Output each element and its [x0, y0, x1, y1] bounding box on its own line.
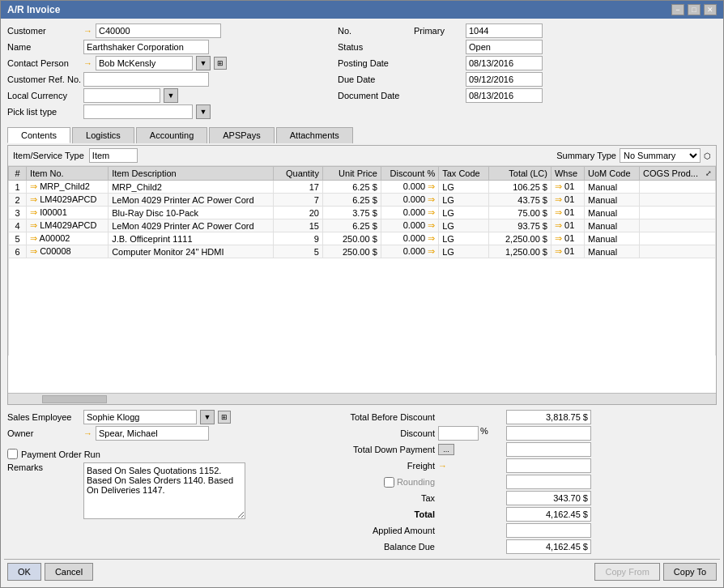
row-desc: J.B. Officeprint 1111: [109, 232, 274, 245]
discount-input[interactable]: [438, 426, 479, 441]
applied-input[interactable]: [506, 523, 591, 538]
row-whse: ⇒ 01: [551, 207, 584, 219]
summary-type-select[interactable]: No Summary: [620, 148, 701, 163]
name-input[interactable]: [83, 40, 209, 54]
ref-input[interactable]: [83, 72, 209, 87]
row-disc: 0.000 ⇒: [381, 232, 438, 245]
currency-dropdown[interactable]: ▼: [164, 88, 178, 103]
row-disc: 0.000 ⇒: [381, 219, 438, 232]
row-disc: 0.000 ⇒: [381, 181, 438, 194]
sales-employee-dropdown[interactable]: ▼: [200, 410, 215, 424]
row-tax: LG: [439, 194, 488, 207]
col-price-header: Unit Price: [322, 167, 381, 181]
total-input[interactable]: [506, 507, 591, 522]
down-payment-btn[interactable]: ...: [438, 444, 454, 455]
row-total: 106.25 $: [488, 181, 551, 194]
footer-buttons: OK Cancel Copy From Copy To: [4, 559, 720, 584]
down-payment-input[interactable]: [506, 442, 591, 457]
cogs-expand-icon[interactable]: ⤢: [705, 169, 712, 177]
table-row: 2 ⇒ LM4029APCD LeMon 4029 Printer AC Pow…: [9, 194, 716, 207]
tab-accounting[interactable]: Accounting: [136, 127, 207, 143]
row-price: 250.00 $: [322, 232, 381, 245]
item-type-input[interactable]: [89, 148, 138, 163]
before-discount-label: Total Before Discount: [305, 412, 435, 422]
row-uom: Manual: [585, 219, 640, 232]
row-price: 250.00 $: [322, 245, 381, 258]
tab-content-area: Item/Service Type Summary Type No Summar…: [7, 145, 717, 405]
rounding-input[interactable]: [506, 475, 591, 489]
header-area: Customer → Name Contact Person → ▼ ⊞ Cus…: [4, 22, 720, 122]
discount-value-input[interactable]: [506, 426, 591, 441]
balance-input[interactable]: [506, 539, 591, 554]
before-discount-input[interactable]: [506, 410, 591, 424]
customer-arrow: →: [83, 26, 92, 36]
header-right: No. Primary Status Posting Date Due Date…: [289, 23, 717, 121]
owner-input[interactable]: [96, 426, 209, 441]
minimize-button[interactable]: −: [671, 4, 684, 15]
row-disc: 0.000 ⇒: [381, 194, 438, 207]
payment-order-checkbox[interactable]: [7, 449, 18, 459]
rounding-checkbox[interactable]: [384, 477, 394, 488]
row-cogs: [640, 181, 716, 194]
rounding-row: Rounding: [305, 477, 435, 488]
remarks-label: Remarks: [7, 462, 80, 472]
sales-employee-info-btn[interactable]: ⊞: [218, 411, 231, 424]
col-num-header: #: [9, 167, 27, 181]
row-num: 3: [9, 207, 27, 219]
remarks-textarea[interactable]: Based On Sales Quotations 1152. Based On…: [83, 462, 245, 519]
doc-input[interactable]: [466, 88, 543, 103]
totals-section: Total Before Discount Discount % Total D…: [305, 410, 717, 554]
customer-id-input[interactable]: [96, 23, 221, 38]
status-input[interactable]: [466, 40, 543, 54]
primary-label: Primary: [414, 26, 462, 36]
no-input[interactable]: [466, 23, 543, 38]
row-total: 93.75 $: [488, 219, 551, 232]
copy-to-button[interactable]: Copy To: [663, 563, 717, 581]
row-price: 6.25 $: [322, 181, 381, 194]
name-row: Name: [7, 40, 283, 54]
due-input[interactable]: [466, 72, 543, 87]
scroll-thumb[interactable]: [42, 395, 107, 403]
header-left: Customer → Name Contact Person → ▼ ⊞ Cus…: [7, 23, 283, 121]
expand-icon[interactable]: ⬡: [704, 151, 711, 160]
row-total: 75.00 $: [488, 207, 551, 219]
freight-input[interactable]: [506, 458, 591, 473]
footer-left-buttons: OK Cancel: [7, 563, 93, 581]
copy-from-button[interactable]: Copy From: [594, 563, 659, 581]
picklist-dropdown[interactable]: ▼: [196, 104, 211, 119]
sales-employee-input[interactable]: [83, 410, 197, 424]
scrollbar[interactable]: [8, 393, 716, 404]
contact-input[interactable]: [96, 56, 193, 70]
col-whse-header: Whse: [551, 167, 584, 181]
summary-type-section: Summary Type No Summary ⬡: [556, 148, 711, 163]
row-qty: 15: [274, 219, 323, 232]
posting-input[interactable]: [466, 56, 543, 70]
discount-label: Discount: [305, 428, 435, 438]
tax-input[interactable]: [506, 491, 591, 505]
picklist-input[interactable]: [83, 104, 193, 119]
cancel-button[interactable]: Cancel: [45, 563, 93, 581]
currency-input[interactable]: [83, 88, 160, 103]
tab-logistics[interactable]: Logistics: [72, 127, 134, 143]
row-whse: ⇒ 01: [551, 194, 584, 207]
row-total: 43.75 $: [488, 194, 551, 207]
contact-info-btn[interactable]: ⊞: [214, 57, 227, 70]
row-tax: LG: [439, 207, 488, 219]
row-price: 6.25 $: [322, 219, 381, 232]
contact-dropdown[interactable]: ▼: [196, 56, 211, 70]
table-row: 5 ⇒ A00002 J.B. Officeprint 1111 9 250.0…: [9, 232, 716, 245]
owner-label: Owner: [7, 428, 80, 438]
ok-button[interactable]: OK: [7, 563, 41, 581]
row-whse: ⇒ 01: [551, 232, 584, 245]
close-button[interactable]: ✕: [704, 4, 717, 15]
maximize-button[interactable]: □: [688, 4, 701, 15]
tab-contents[interactable]: Contents: [7, 127, 70, 143]
items-table-container[interactable]: # Item No. Item Description Quantity Uni…: [8, 166, 716, 393]
row-qty: 7: [274, 194, 323, 207]
col-uom-header: UoM Code: [585, 167, 640, 181]
tab-apspays[interactable]: APSPays: [209, 127, 274, 143]
ref-row: Customer Ref. No.: [7, 72, 283, 87]
freight-label: Freight: [305, 461, 435, 471]
tab-attachments[interactable]: Attachments: [276, 127, 353, 143]
row-whse: ⇒ 01: [551, 245, 584, 258]
